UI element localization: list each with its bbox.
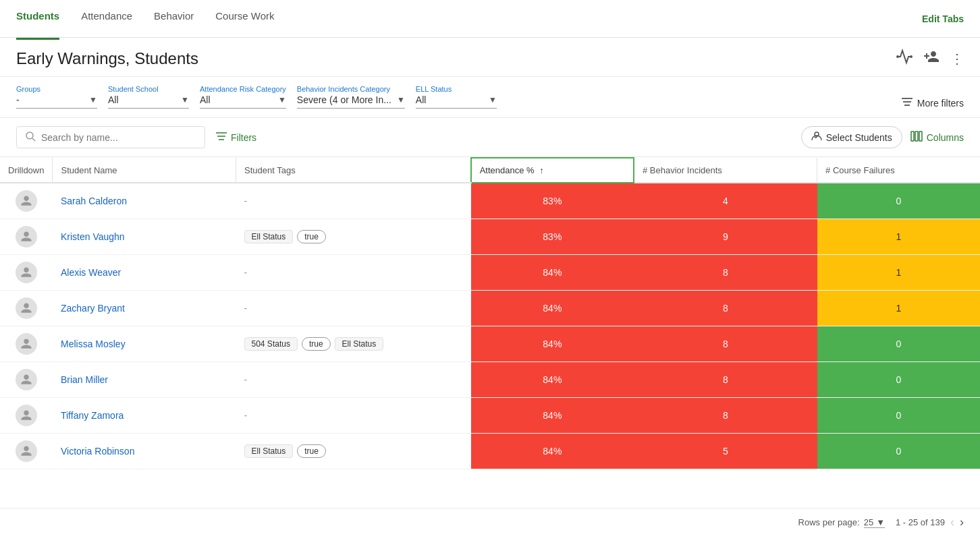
student-school-value: All xyxy=(108,94,178,105)
more-filters-button[interactable]: More filters xyxy=(901,85,964,109)
tab-attendance[interactable]: Attendance xyxy=(81,0,132,40)
top-navigation: Students Attendance Behavior Course Work… xyxy=(0,0,980,38)
attendance-pct-cell: 83% xyxy=(471,183,634,219)
rows-per-page-chevron-icon: ▼ xyxy=(876,517,885,527)
tag-value: true xyxy=(302,337,331,351)
table-row: Brian Miller-84%80 xyxy=(0,362,980,398)
table-row: Melissa Mosley504 StatustrueEll Status84… xyxy=(0,326,980,362)
ell-status-select[interactable]: All ▼ xyxy=(416,94,497,109)
table-header-row: Drilldown Student Name Student Tags Atte… xyxy=(0,158,980,183)
table-row: Zachary Bryant-84%81 xyxy=(0,291,980,326)
student-name-cell[interactable]: Melissa Mosley xyxy=(53,326,236,362)
student-name-cell[interactable]: Brian Miller xyxy=(53,362,236,398)
student-name-cell[interactable]: Zachary Bryant xyxy=(53,291,236,326)
columns-icon xyxy=(910,131,923,144)
attendance-pct-cell: 84% xyxy=(471,362,634,398)
drilldown-cell[interactable] xyxy=(0,362,53,398)
behavior-incidents-filter: Behavior Incidents Category Severe (4 or… xyxy=(297,85,405,109)
students-table: Drilldown Student Name Student Tags Atte… xyxy=(0,157,980,469)
groups-filter-select[interactable]: - ▼ xyxy=(16,94,97,109)
more-vert-icon[interactable]: ⋮ xyxy=(950,51,964,67)
search-input[interactable] xyxy=(41,132,196,143)
student-tags-cell: 504 StatustrueEll Status xyxy=(236,326,471,362)
page-range: 1 - 25 of 139 xyxy=(896,517,945,527)
student-school-select[interactable]: All ▼ xyxy=(108,94,189,109)
student-avatar-icon xyxy=(16,369,37,390)
drilldown-cell[interactable] xyxy=(0,255,53,291)
behavior-incidents-cell: 5 xyxy=(634,434,817,469)
behavior-incidents-select[interactable]: Severe (4 or More In... ▼ xyxy=(297,94,405,109)
attendance-pct-cell: 84% xyxy=(471,326,634,362)
attendance-risk-filter: Attendance Risk Category All ▼ xyxy=(200,85,286,109)
student-tags-cell: Ell Statustrue xyxy=(236,434,471,469)
col-student-tags[interactable]: Student Tags xyxy=(236,158,471,183)
student-name-cell[interactable]: Tiffany Zamora xyxy=(53,398,236,434)
student-name-cell[interactable]: Sarah Calderon xyxy=(53,183,236,219)
drilldown-cell[interactable] xyxy=(0,183,53,219)
table-row: Kristen VaughnEll Statustrue83%91 xyxy=(0,219,980,255)
filters-button[interactable]: Filters xyxy=(216,132,256,143)
select-students-button[interactable]: Select Students xyxy=(801,126,902,148)
no-tags: - xyxy=(244,410,248,421)
rows-per-page-select[interactable]: 25 ▼ xyxy=(864,517,885,528)
student-school-chevron-icon: ▼ xyxy=(181,95,189,105)
attendance-risk-select[interactable]: All ▼ xyxy=(200,94,286,109)
svg-line-6 xyxy=(32,138,35,141)
select-students-icon xyxy=(811,131,822,144)
drilldown-cell[interactable] xyxy=(0,398,53,434)
no-tags: - xyxy=(244,374,248,385)
groups-filter-value: - xyxy=(16,94,86,105)
person-add-icon[interactable] xyxy=(923,49,940,68)
edit-tabs-button[interactable]: Edit Tabs xyxy=(922,13,964,24)
no-tags: - xyxy=(244,303,248,314)
student-tag: Ell Status xyxy=(244,230,294,243)
student-avatar-icon xyxy=(16,297,37,319)
next-page-button[interactable]: › xyxy=(960,515,964,529)
prev-page-button[interactable]: ‹ xyxy=(950,515,954,529)
more-filters-label: More filters xyxy=(917,98,964,109)
header-actions: ⋮ xyxy=(896,49,964,68)
filter-lines-icon xyxy=(216,132,227,143)
page-title: Early Warnings, Students xyxy=(16,49,198,68)
drilldown-cell[interactable] xyxy=(0,291,53,326)
tab-behavior[interactable]: Behavior xyxy=(154,0,194,40)
col-course-failures[interactable]: # Course Failures xyxy=(817,158,980,183)
col-attendance-pct[interactable]: Attendance % ↑ xyxy=(471,158,634,183)
col-behavior-incidents[interactable]: # Behavior Incidents xyxy=(634,158,817,183)
svg-rect-12 xyxy=(915,132,918,141)
behavior-incidents-cell: 8 xyxy=(634,326,817,362)
drilldown-cell[interactable] xyxy=(0,219,53,255)
trending-up-icon[interactable] xyxy=(896,49,913,68)
svg-point-1 xyxy=(897,56,898,57)
columns-button[interactable]: Columns xyxy=(910,131,964,144)
rows-per-page: Rows per page: 25 ▼ xyxy=(798,517,885,528)
attendance-risk-chevron-icon: ▼ xyxy=(278,95,286,105)
drilldown-cell[interactable] xyxy=(0,434,53,469)
student-name-cell[interactable]: Victoria Robinson xyxy=(53,434,236,469)
course-failures-cell: 0 xyxy=(817,362,980,398)
student-tag: Ell Status xyxy=(335,337,384,351)
table-footer: Rows per page: 25 ▼ 1 - 25 of 139 ‹ › xyxy=(0,508,980,536)
svg-rect-13 xyxy=(919,132,922,141)
student-tags-cell: - xyxy=(236,398,471,434)
student-tag: Ell Status xyxy=(244,444,294,458)
course-failures-cell: 0 xyxy=(817,183,980,219)
student-name-cell[interactable]: Alexis Weaver xyxy=(53,255,236,291)
table-row: Sarah Calderon-83%40 xyxy=(0,183,980,219)
student-tags-cell: - xyxy=(236,291,471,326)
student-tags-cell: Ell Statustrue xyxy=(236,219,471,255)
course-failures-cell: 0 xyxy=(817,326,980,362)
data-table-container: Drilldown Student Name Student Tags Atte… xyxy=(0,157,980,508)
student-name-cell[interactable]: Kristen Vaughn xyxy=(53,219,236,255)
col-student-name[interactable]: Student Name xyxy=(53,158,236,183)
student-avatar-icon xyxy=(16,226,37,248)
search-icon xyxy=(25,131,36,144)
drilldown-cell[interactable] xyxy=(0,326,53,362)
tab-coursework[interactable]: Course Work xyxy=(215,0,274,40)
no-tags: - xyxy=(244,267,248,278)
behavior-incidents-cell: 9 xyxy=(634,219,817,255)
behavior-incidents-cell: 8 xyxy=(634,362,817,398)
svg-point-0 xyxy=(910,56,912,57)
toolbar-right: Select Students Columns xyxy=(801,126,964,148)
tab-students[interactable]: Students xyxy=(16,0,59,40)
